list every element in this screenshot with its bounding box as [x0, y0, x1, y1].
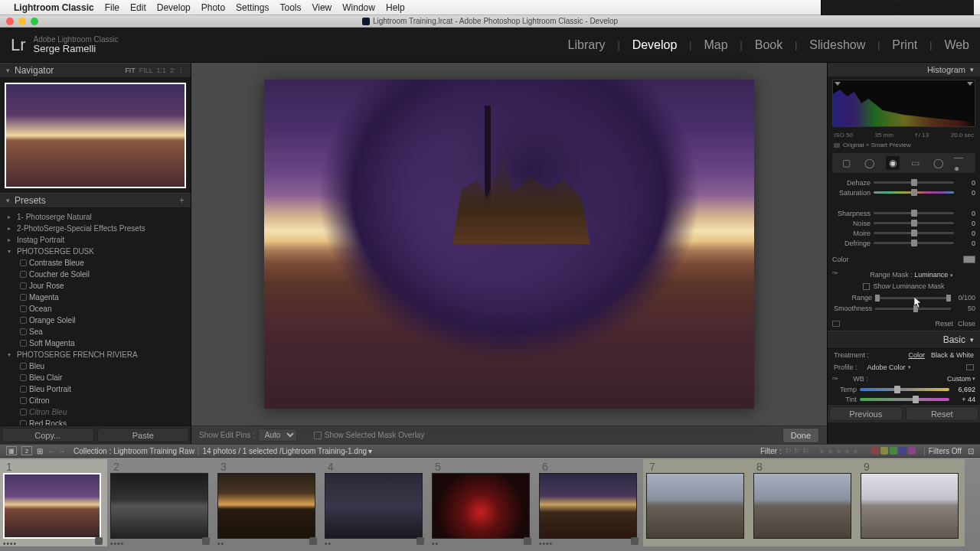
reset-button[interactable]: Reset	[906, 406, 979, 421]
color-label-filter[interactable]	[871, 447, 916, 455]
flag-filter-icon[interactable]: ⚐ ⚐ ⚐	[785, 447, 810, 455]
menu-photo[interactable]: Photo	[201, 2, 225, 13]
radial-tool[interactable]: ◉	[886, 156, 900, 170]
close-window-button[interactable]	[6, 18, 14, 25]
wb-eyedropper-icon[interactable]: ✑	[832, 375, 843, 383]
filmstrip[interactable]: 1••••2••••3••4••5••6••••789	[0, 458, 980, 551]
preset-item[interactable]: Soft Magenta	[0, 337, 191, 349]
main-photo[interactable]	[264, 80, 754, 409]
module-develop[interactable]: Develop	[632, 38, 678, 52]
filter-lock-icon[interactable]: ⊡	[968, 447, 974, 455]
menu-settings[interactable]: Settings	[236, 2, 269, 13]
add-preset-icon[interactable]: +	[179, 195, 185, 206]
filters-off[interactable]: Filters Off	[929, 447, 962, 455]
show-pins-select[interactable]: Auto	[258, 429, 297, 442]
paste-button[interactable]: Paste	[97, 428, 190, 442]
preset-item[interactable]: Magenta	[0, 292, 191, 303]
reset-mask-button[interactable]: Reset	[935, 320, 953, 328]
tint-slider[interactable]	[860, 398, 949, 401]
thumbnail[interactable]	[646, 473, 744, 539]
preset-item[interactable]: Red Rocks	[0, 418, 191, 425]
basic-header[interactable]: Basic▾	[828, 331, 980, 349]
preset-group[interactable]: 2-PhotoSerge-Special Effects Presets	[0, 223, 191, 234]
module-web[interactable]: Web	[944, 38, 969, 52]
radial-filter-tool[interactable]: ◯	[931, 156, 945, 170]
slider-value[interactable]: 0	[954, 179, 975, 187]
show-mask-checkbox[interactable]	[863, 283, 870, 290]
grid-icon[interactable]: ⊞	[37, 447, 43, 455]
done-button[interactable]: Done	[782, 428, 819, 443]
second-window[interactable]: 2	[21, 446, 32, 455]
crop-tool[interactable]: ▢	[840, 156, 854, 170]
histogram[interactable]	[832, 80, 975, 127]
preset-group[interactable]: 1- Photoserge Natural	[0, 211, 191, 223]
thumbnail[interactable]	[539, 473, 637, 539]
slider-track[interactable]	[874, 232, 954, 234]
thumbnail[interactable]	[217, 473, 315, 539]
menu-develop[interactable]: Develop	[157, 2, 191, 13]
module-book[interactable]: Book	[755, 38, 782, 52]
thumbnail[interactable]	[110, 473, 208, 539]
preset-item[interactable]: Bleu	[0, 360, 191, 372]
navigator-header[interactable]: ▾ Navigator FIT FILL 1:1 2: ⋮	[0, 63, 191, 78]
identity-plate[interactable]: Serge Ramelli	[34, 44, 119, 54]
preset-item[interactable]: Coucher de Soleil	[0, 269, 191, 280]
menu-help[interactable]: Help	[386, 2, 405, 13]
navigator-preview[interactable]	[0, 78, 191, 193]
preset-item[interactable]: Citron	[0, 395, 191, 406]
preset-item[interactable]: Sea	[0, 326, 191, 337]
highlight-clipping-icon[interactable]	[967, 82, 973, 86]
histogram-header[interactable]: Histogram▾	[828, 63, 980, 77]
range-mask-select[interactable]: Luminance	[914, 271, 948, 279]
slider-track[interactable]	[874, 191, 954, 194]
menu-window[interactable]: Window	[342, 2, 375, 13]
minimize-window-button[interactable]	[18, 18, 26, 25]
slider-track[interactable]	[874, 242, 954, 244]
slider-track[interactable]	[874, 181, 954, 184]
back-icon[interactable]: ←	[47, 447, 55, 455]
treatment-color[interactable]: Color	[908, 351, 925, 359]
menu-edit[interactable]: Edit	[130, 2, 146, 13]
module-slideshow[interactable]: Slideshow	[809, 38, 865, 52]
shadow-clipping-icon[interactable]	[835, 82, 841, 86]
slider-value[interactable]: 0	[954, 189, 975, 197]
filmstrip-cell[interactable]: 9	[858, 459, 965, 546]
wb-select[interactable]: Custom	[947, 375, 971, 383]
previous-button[interactable]: Previous	[829, 406, 903, 421]
collection-label[interactable]: Collection : Lightroom Training Raw	[74, 447, 194, 455]
slider-value[interactable]: 0	[954, 240, 975, 247]
preset-group[interactable]: PHOTOSERGE DUSK	[0, 246, 191, 257]
treatment-bw[interactable]: Black & White	[931, 351, 974, 359]
slider-track[interactable]	[874, 212, 954, 214]
view-icon[interactable]: ▦	[6, 446, 17, 455]
color-swatch[interactable]	[963, 256, 975, 263]
thumbnail[interactable]	[753, 473, 851, 539]
presets-header[interactable]: ▾ Presets +	[0, 193, 191, 208]
filmstrip-cell[interactable]: 8	[750, 459, 858, 546]
filmstrip-cell[interactable]: 6••••	[536, 459, 643, 546]
zoom-controls[interactable]: FIT FILL 1:1 2: ⋮	[125, 67, 185, 74]
filmstrip-cell[interactable]: 7	[643, 459, 750, 546]
app-menu[interactable]: Lightroom Classic	[14, 2, 94, 13]
preset-item[interactable]: Ocean	[0, 303, 191, 315]
fwd-icon[interactable]: →	[58, 447, 66, 455]
filmstrip-cell[interactable]: 5••	[429, 459, 536, 546]
preset-item[interactable]: Jour Rose	[0, 280, 191, 292]
brush-tool[interactable]: —●	[954, 156, 968, 170]
preset-group[interactable]: Instag Portrait	[0, 234, 191, 246]
graduated-tool[interactable]: ▭	[908, 156, 922, 170]
pin-toggle[interactable]	[832, 321, 840, 327]
filmstrip-cell[interactable]: 2••••	[107, 459, 214, 546]
menu-tools[interactable]: Tools	[279, 2, 301, 13]
menu-file[interactable]: File	[105, 2, 119, 13]
menu-view[interactable]: View	[312, 2, 332, 13]
rating-filter[interactable]: ★★★★★	[818, 447, 861, 455]
filmstrip-cell[interactable]: 3••	[214, 459, 322, 546]
maximize-window-button[interactable]	[31, 18, 38, 25]
overlay-checkbox[interactable]	[314, 432, 322, 439]
thumbnail[interactable]	[325, 473, 423, 539]
eyedropper-icon[interactable]: ✑	[832, 269, 843, 280]
status-icon[interactable]: ⊕	[894, 0, 901, 5]
filmstrip-cell[interactable]: 4••	[322, 459, 429, 546]
range-slider[interactable]	[875, 297, 951, 299]
